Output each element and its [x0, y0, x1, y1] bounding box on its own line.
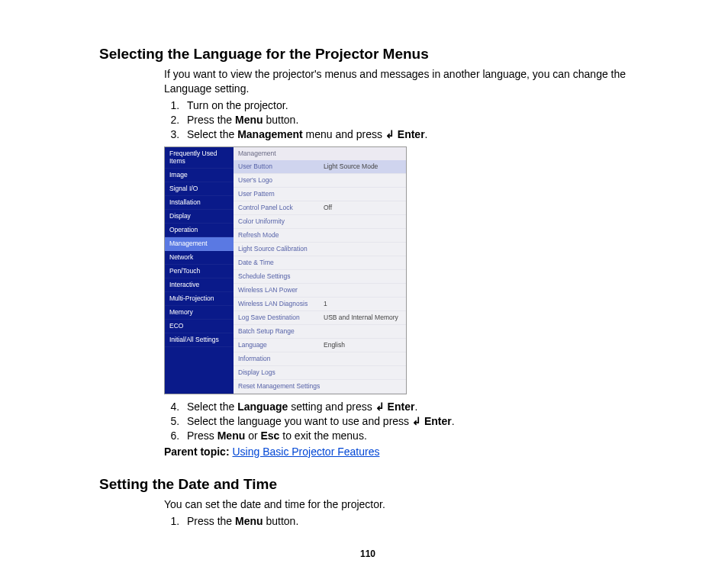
- enter-word: Enter: [398, 128, 425, 140]
- projector-menu-ui: Frequently Used ItemsImageSignal I/OInst…: [164, 146, 407, 394]
- step-text: Press the: [187, 515, 235, 527]
- menu-option-row[interactable]: Color Uniformity: [234, 215, 406, 229]
- menu-option-row[interactable]: Reset Management Settings: [234, 380, 406, 394]
- step-text: menu and press: [303, 128, 385, 140]
- menu-option-label: User Button: [238, 162, 324, 170]
- menu-word: Menu: [217, 429, 246, 442]
- menu-main-header: Management: [234, 147, 406, 160]
- sidebar-item[interactable]: Network: [165, 251, 234, 265]
- sidebar-item[interactable]: Management: [165, 237, 234, 251]
- menu-option-label: Color Uniformity: [238, 217, 324, 225]
- menu-option-row[interactable]: Log Save DestinationUSB and Internal Mem…: [234, 311, 406, 325]
- menu-sidebar: Frequently Used ItemsImageSignal I/OInst…: [165, 147, 234, 394]
- intro-paragraph: If you want to view the projector's menu…: [164, 67, 636, 96]
- step-text: Select the: [187, 128, 237, 140]
- menu-option-label: Reset Management Settings: [238, 382, 324, 390]
- menu-option-label: Information: [238, 355, 324, 362]
- step-text: .: [452, 415, 455, 427]
- step-text: to exit the menus.: [279, 429, 366, 442]
- enter-icon: ↲: [385, 128, 395, 140]
- step-text: .: [425, 128, 428, 140]
- step-text: or: [245, 429, 260, 442]
- menu-word: Language: [237, 401, 288, 413]
- step-text: button.: [263, 515, 299, 527]
- step-item: Select the language you want to use and …: [182, 415, 636, 427]
- menu-option-label: Control Panel Lock: [238, 204, 324, 211]
- sidebar-item[interactable]: Frequently Used Items: [165, 147, 234, 169]
- menu-option-value: Light Source Mode: [324, 162, 378, 170]
- step-list: Press the Menu button.: [164, 515, 636, 527]
- menu-option-row[interactable]: Refresh Mode: [234, 229, 406, 243]
- step-text: Press the: [187, 114, 235, 126]
- sidebar-item[interactable]: Interactive: [165, 278, 234, 292]
- menu-option-row[interactable]: User Pattern: [234, 188, 406, 201]
- menu-option-value: 1: [324, 300, 327, 307]
- menu-option-value: English: [324, 341, 345, 349]
- menu-option-label: Wireless LAN Diagnosis: [238, 300, 324, 307]
- menu-word: Menu: [235, 114, 263, 126]
- step-text: Press: [187, 429, 217, 442]
- sidebar-item[interactable]: Image: [165, 169, 234, 182]
- step-text: .: [414, 401, 417, 413]
- sidebar-item[interactable]: Multi-Projection: [165, 292, 234, 306]
- menu-option-row[interactable]: User ButtonLight Source Mode: [234, 160, 406, 174]
- parent-topic-line: Parent topic: Using Basic Projector Feat…: [164, 445, 636, 459]
- page-number: 110: [99, 549, 636, 559]
- enter-word: Enter: [388, 401, 415, 413]
- sidebar-item[interactable]: Signal I/O: [165, 182, 234, 196]
- menu-option-row[interactable]: Wireless LAN Power: [234, 284, 406, 298]
- menu-option-row[interactable]: Wireless LAN Diagnosis1: [234, 298, 406, 311]
- step-text: Turn on the projector.: [187, 99, 288, 111]
- section-heading: Selecting the Language for the Projector…: [99, 46, 636, 63]
- menu-option-row[interactable]: Light Source Calibration: [234, 243, 406, 256]
- menu-main-panel: Management User ButtonLight Source ModeU…: [234, 147, 406, 394]
- menu-option-row[interactable]: Schedule Settings: [234, 270, 406, 284]
- menu-option-row[interactable]: Batch Setup Range: [234, 325, 406, 339]
- sidebar-item[interactable]: Memory: [165, 306, 234, 320]
- menu-option-row[interactable]: Information: [234, 352, 406, 366]
- section-heading: Setting the Date and Time: [99, 476, 636, 493]
- step-list: Turn on the projector. Press the Menu bu…: [164, 99, 636, 140]
- menu-options-list: User ButtonLight Source ModeUser's LogoU…: [234, 160, 406, 394]
- step-item: Select the Management menu and press ↲ E…: [182, 128, 636, 140]
- enter-word: Enter: [424, 415, 452, 427]
- step-item: Press Menu or Esc to exit the menus.: [182, 429, 636, 442]
- menu-word: Management: [237, 128, 303, 140]
- step-text: button.: [263, 114, 299, 126]
- menu-option-value: Off: [324, 204, 332, 211]
- menu-option-label: Log Save Destination: [238, 314, 324, 321]
- step-item: Press the Menu button.: [182, 515, 636, 527]
- menu-option-row[interactable]: Date & Time: [234, 256, 406, 270]
- step-item: Press the Menu button.: [182, 114, 636, 126]
- step-item: Turn on the projector.: [182, 99, 636, 111]
- menu-option-label: Refresh Mode: [238, 231, 324, 239]
- sidebar-item[interactable]: ECO: [165, 320, 234, 333]
- step-list-continued: Select the Language setting and press ↲ …: [164, 401, 636, 442]
- section-body: If you want to view the projector's menu…: [164, 67, 636, 459]
- menu-option-label: Date & Time: [238, 259, 324, 266]
- enter-icon: ↲: [412, 415, 421, 427]
- menu-option-label: Display Logs: [238, 368, 324, 376]
- menu-option-row[interactable]: User's Logo: [234, 174, 406, 188]
- sidebar-item[interactable]: Initial/All Settings: [165, 333, 234, 347]
- menu-screenshot-figure: Frequently Used ItemsImageSignal I/OInst…: [164, 146, 636, 394]
- step-text: Select the: [187, 401, 237, 413]
- step-item: Select the Language setting and press ↲ …: [182, 401, 636, 413]
- menu-option-label: Light Source Calibration: [238, 245, 324, 253]
- menu-word: Menu: [235, 515, 263, 527]
- menu-option-label: Batch Setup Range: [238, 327, 324, 335]
- menu-option-value: USB and Internal Memory: [324, 314, 398, 321]
- sidebar-item[interactable]: Installation: [165, 196, 234, 210]
- menu-option-label: User's Logo: [238, 176, 324, 184]
- menu-option-row[interactable]: Control Panel LockOff: [234, 201, 406, 215]
- menu-option-row[interactable]: LanguageEnglish: [234, 339, 406, 352]
- sidebar-item[interactable]: Display: [165, 210, 234, 224]
- menu-option-row[interactable]: Display Logs: [234, 366, 406, 380]
- enter-icon: ↲: [375, 401, 385, 413]
- step-text: Select the language you want to use and …: [187, 415, 412, 427]
- sidebar-item[interactable]: Operation: [165, 224, 234, 237]
- parent-topic-link[interactable]: Using Basic Projector Features: [232, 446, 379, 458]
- step-text: setting and press: [288, 401, 375, 413]
- menu-option-label: Schedule Settings: [238, 272, 324, 280]
- sidebar-item[interactable]: Pen/Touch: [165, 265, 234, 278]
